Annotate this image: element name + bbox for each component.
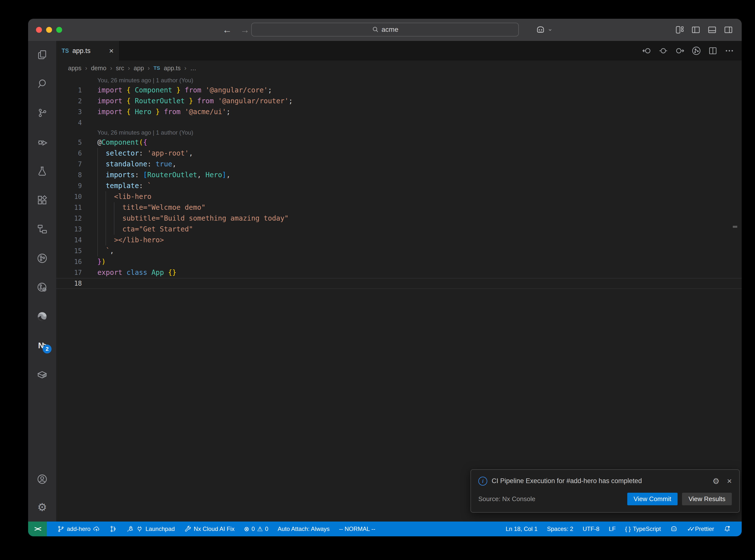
- breadcrumb-overflow[interactable]: …: [190, 65, 196, 72]
- language-label: TypeScript: [633, 525, 661, 533]
- sidebar-item-testing[interactable]: [36, 165, 48, 177]
- cursor-position-status-item[interactable]: Ln 18, Col 1: [506, 525, 538, 533]
- wrench-icon: [184, 525, 192, 533]
- auto-attach-status-item[interactable]: Auto Attach: Always: [278, 525, 330, 533]
- copilot-menu[interactable]: [536, 19, 553, 41]
- breadcrumb-item[interactable]: apps: [68, 65, 81, 72]
- sidebar-item-extensions[interactable]: [36, 194, 48, 206]
- code-text: [97, 117, 742, 128]
- more-actions-icon[interactable]: [724, 46, 734, 56]
- code-line: 16}): [56, 256, 742, 267]
- code-line: 5@Component({: [56, 137, 742, 148]
- status-bar: >< add-hero Launchpad Nx Cloud AI Fix ⊗: [28, 522, 742, 536]
- breadcrumb-item[interactable]: src: [116, 65, 124, 72]
- view-commit-button[interactable]: View Commit: [627, 493, 678, 505]
- encoding-label: UTF-8: [583, 525, 599, 533]
- line-number: 17: [56, 267, 97, 278]
- sidebar-item-edge-tools[interactable]: [36, 311, 48, 322]
- open-changes-icon[interactable]: [658, 46, 668, 56]
- sidebar-item-gitlens[interactable]: [36, 281, 48, 293]
- containers-icon: [37, 369, 48, 380]
- sidebar-item-hierarchy[interactable]: [36, 223, 48, 235]
- line-number: 16: [56, 256, 97, 267]
- code-text: standalone: true,: [97, 159, 742, 169]
- customize-layout-icon[interactable]: [675, 25, 684, 35]
- notifications-status-item[interactable]: [723, 525, 731, 533]
- close-icon[interactable]: ×: [109, 47, 114, 55]
- tab-app-ts[interactable]: TS app.ts ×: [56, 41, 119, 61]
- command-center-search[interactable]: acme: [251, 23, 519, 37]
- code-line: 13 cta="Get Started": [56, 224, 742, 235]
- code-line: 11 title="Welcmoe demo": [56, 202, 742, 213]
- nx-graph-icon[interactable]: [691, 46, 701, 56]
- branch-status-item[interactable]: add-hero: [57, 525, 100, 533]
- launchpad-status-item[interactable]: Launchpad: [126, 525, 175, 533]
- notification-settings-gear-icon[interactable]: ⚙: [712, 477, 719, 486]
- typescript-file-icon: TS: [154, 65, 160, 71]
- back-arrow-icon[interactable]: ←: [222, 25, 232, 35]
- previous-change-icon[interactable]: [642, 46, 652, 56]
- line-number: 8: [56, 169, 97, 180]
- close-icon[interactable]: ×: [727, 476, 732, 486]
- breadcrumb-item[interactable]: demo: [91, 65, 106, 72]
- prettier-status-item[interactable]: ✓✓ Prettier: [687, 525, 714, 533]
- extensions-icon: [37, 195, 48, 206]
- problems-status-item[interactable]: ⊗ 0 ⚠ 0: [244, 525, 268, 533]
- error-icon: ⊗: [244, 526, 249, 532]
- toggle-panel-icon[interactable]: [707, 25, 717, 35]
- gitlens-icon: [37, 282, 48, 293]
- toggle-secondary-sidebar-icon[interactable]: [723, 25, 733, 35]
- explorer-icon: [37, 49, 48, 60]
- sidebar-item-git-graph[interactable]: [36, 253, 48, 264]
- maximize-window-button[interactable]: [56, 27, 62, 33]
- rocket-icon: [126, 525, 134, 533]
- breadcrumb-file[interactable]: app.ts: [164, 65, 180, 72]
- code-text: ></lib-hero>: [97, 235, 742, 245]
- toggle-primary-sidebar-icon[interactable]: [691, 25, 701, 35]
- code-editor[interactable]: You, 26 minutes ago | 1 author (You)1imp…: [56, 75, 742, 522]
- forward-arrow-icon[interactable]: →: [240, 25, 250, 35]
- sidebar-item-containers[interactable]: [36, 369, 48, 381]
- nx-cloud-ai-fix-status-item[interactable]: Nx Cloud AI Fix: [184, 525, 235, 533]
- language-status-item[interactable]: { } TypeScript: [625, 525, 661, 533]
- git-compare-status-item[interactable]: [110, 525, 117, 533]
- sidebar-item-search[interactable]: [36, 78, 48, 90]
- account-button[interactable]: [36, 473, 48, 485]
- title-bar: ← → acme: [28, 19, 742, 41]
- sidebar-item-explorer[interactable]: [36, 49, 48, 61]
- copilot-status-item[interactable]: [670, 525, 678, 533]
- settings-gear-icon: ⚙: [37, 502, 47, 513]
- split-editor-icon[interactable]: [708, 46, 718, 56]
- vim-mode-label: -- NORMAL --: [339, 525, 375, 533]
- line-number: 13: [56, 224, 97, 235]
- sidebar-item-source-control[interactable]: [36, 107, 48, 119]
- close-window-button[interactable]: [36, 27, 42, 33]
- window-controls: [36, 27, 62, 33]
- activity-bar: N> 2 ⚙: [28, 41, 56, 522]
- branch-name: add-hero: [67, 525, 91, 533]
- code-line: 10 <lib-hero: [56, 191, 742, 202]
- sidebar-item-run-debug[interactable]: [36, 136, 48, 148]
- eol-status-item[interactable]: LF: [609, 525, 616, 533]
- sidebar-item-nx-console[interactable]: N> 2: [36, 340, 48, 352]
- next-change-icon[interactable]: [675, 46, 685, 56]
- testing-icon: [37, 165, 48, 177]
- encoding-status-item[interactable]: UTF-8: [583, 525, 599, 533]
- view-results-button[interactable]: View Results: [682, 493, 732, 505]
- desktop: { "title_bar": { "search_value": "acme",…: [0, 0, 755, 560]
- chevron-right-icon: ›: [184, 64, 186, 72]
- minimize-window-button[interactable]: [46, 27, 52, 33]
- notification-title: CI Pipeline Execution for #add-hero has …: [492, 477, 708, 485]
- breadcrumb-item[interactable]: app: [134, 65, 144, 72]
- line-number: 7: [56, 159, 97, 169]
- git-branch-icon: [57, 525, 65, 533]
- line-number: 10: [56, 191, 97, 202]
- remote-indicator[interactable]: ><: [28, 522, 47, 536]
- line-number: 18: [56, 279, 97, 288]
- code-line: 14 ></lib-hero>: [56, 235, 742, 245]
- indentation-status-item[interactable]: Spaces: 2: [547, 525, 573, 533]
- line-number: 15: [56, 245, 97, 256]
- code-line: 15 `,: [56, 245, 742, 256]
- vim-mode-status-item[interactable]: -- NORMAL --: [339, 525, 375, 533]
- settings-button[interactable]: ⚙: [36, 501, 48, 513]
